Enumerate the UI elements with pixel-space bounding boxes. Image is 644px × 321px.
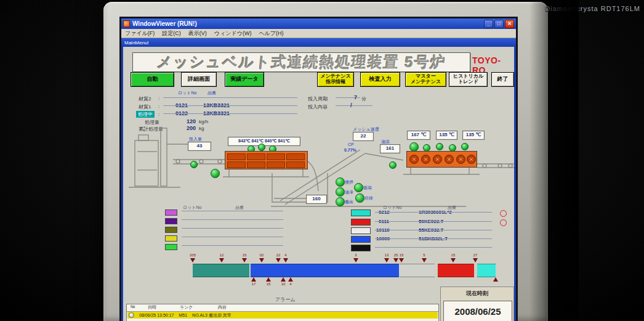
- legend-line: [375, 238, 492, 239]
- alarm-rank: M51: [179, 313, 187, 317]
- furnace2-lamp-1: [409, 142, 419, 152]
- inspection-badge: [500, 210, 507, 217]
- schedule-marker-bottom: [288, 277, 293, 282]
- schedule-marker-label: 25: [394, 253, 398, 257]
- menu-view[interactable]: 表示(V): [188, 30, 207, 38]
- schedule-marker-bottom: [281, 277, 286, 282]
- schedule-marker-label: 15: [451, 253, 456, 257]
- legend-line: [375, 221, 492, 222]
- tempering-furnace: ✕ ✕ ✕ ✕ ✕ ✕: [406, 151, 477, 168]
- oil-temp-box: 161: [380, 144, 400, 153]
- photo-shadow: [529, 0, 579, 321]
- lift-label: 昇降: [364, 195, 373, 201]
- legend-swatch: [351, 227, 371, 234]
- legend-swatch: [351, 236, 371, 243]
- schedule-marker-label: 13: [385, 253, 389, 257]
- legend-line: [375, 230, 492, 230]
- alarm-list[interactable]: № 日時 ランク 内容 08/06/25 13:50:17 M51 NO.AL3…: [126, 304, 439, 321]
- schedule-marker-top: [399, 258, 404, 262]
- furnace1-lamp-2: [258, 144, 265, 151]
- agitator-label: 攪拌: [345, 179, 353, 185]
- schedule-segment: [193, 264, 249, 277]
- elevator-value-box: 160: [306, 195, 327, 204]
- speed-value-box: 22: [353, 132, 374, 141]
- schedule-marker-label: 15: [267, 282, 271, 286]
- legend-line: [182, 245, 283, 246]
- inspection-badge: [500, 219, 507, 226]
- legend-swatch: [165, 244, 177, 250]
- alarm-col-datetime: 日時: [148, 304, 156, 311]
- menu-help[interactable]: ヘルプ(H): [259, 30, 283, 38]
- window-title: WindowViewer (RUN!): [132, 20, 197, 27]
- legend-left-item-header: 品番: [235, 205, 244, 211]
- legend-swatch: [165, 209, 177, 216]
- schedule-marker-top: [473, 258, 478, 262]
- menu-window[interactable]: ウィンドウ(W): [214, 30, 252, 38]
- furnace2-lamp-5: [461, 143, 469, 150]
- schedule-marker-label: 12: [220, 253, 224, 257]
- schedule-marker-label: 10: [281, 282, 286, 286]
- maximize-button[interactable]: □: [494, 20, 504, 28]
- minimize-button[interactable]: _: [484, 20, 493, 28]
- schedule-marker-top: [190, 258, 195, 262]
- alarm-datetime: 08/06/25 13:50:17: [139, 313, 174, 317]
- current-date: 2008/06/25: [443, 301, 512, 321]
- transfer-lamp: [389, 161, 396, 169]
- legend-swatch: [351, 245, 371, 251]
- circulation-label: 循環: [363, 185, 372, 191]
- window-titlebar: WindowViewer (RUN!) _ □ ✕: [121, 18, 516, 29]
- schedule-segment: [477, 264, 496, 277]
- schedule-marker-label: 3: [355, 253, 356, 257]
- cp-value: 0.77%: [344, 148, 356, 152]
- app-icon: [123, 20, 130, 27]
- legend-swatch: [165, 235, 177, 242]
- alarm-header-row: № 日時 ランク 内容: [127, 304, 438, 312]
- alarm-title: アラーム: [275, 296, 296, 303]
- menu-bar: ファイル(F) 設定(C) 表示(V) ウィンドウ(W) ヘルプ(H): [121, 29, 516, 38]
- legend-swatch: [165, 227, 177, 233]
- alarm-col-message: 内容: [218, 304, 227, 311]
- clock-panel: 現在時刻 2008/06/25: [440, 286, 514, 321]
- furnace2-lamp-3: [436, 143, 443, 150]
- furnace2-temp-2: 135 ℃: [436, 131, 457, 140]
- oil-cool-label: 油冷: [345, 189, 353, 195]
- schedule-segment: [438, 264, 474, 277]
- legend-line: [182, 237, 283, 237]
- schedule-marker-label: 22: [276, 253, 281, 257]
- legend-swatch: [351, 209, 371, 216]
- menu-file[interactable]: ファイル(F): [125, 30, 155, 38]
- legend-line: [182, 219, 283, 220]
- clock-label: 現在時刻: [441, 290, 513, 298]
- schedule-segment: [400, 264, 435, 277]
- schedule-marker-top: [276, 258, 281, 262]
- legend-line: [375, 247, 492, 248]
- alarm-message: NO.AL3 搬送部 異常: [192, 312, 231, 319]
- schedule-marker-label: 4: [284, 253, 286, 257]
- menu-config[interactable]: 設定(C): [162, 30, 181, 38]
- legend-line: [375, 212, 492, 213]
- schedule-bar: [193, 264, 496, 276]
- close-button[interactable]: ✕: [505, 20, 514, 28]
- app-window-title: MainMenu!: [124, 40, 149, 46]
- app-window-bar: MainMenu!: [121, 38, 516, 47]
- schedule-marker-label: 205: [190, 253, 196, 257]
- oil-cool-lamp: [336, 187, 345, 197]
- screen: WindowViewer (RUN!) _ □ ✕ ファイル(F) 設定(C) …: [121, 18, 516, 321]
- legend-swatch: [165, 218, 177, 224]
- infeed-lamp: [211, 169, 220, 178]
- schedule-marker-top: [283, 258, 288, 262]
- schedule-marker-top: [242, 258, 247, 262]
- schedule-marker-bottom: [493, 277, 498, 282]
- photo-of-monitor: Diamondcrysta RDT176LM WindowViewer (RUN…: [0, 0, 644, 321]
- schedule-marker-label: 17: [252, 282, 256, 286]
- schedule-marker-label: 15: [243, 253, 247, 257]
- schedule-marker-top: [451, 258, 456, 262]
- furnace2-temp-3: 135 ℃: [462, 131, 485, 140]
- furnace2-temp-1: 167 ℃: [407, 131, 430, 140]
- discharge-label: 搬出: [345, 199, 353, 205]
- alarm-row[interactable]: 08/06/25 13:50:17 M51 NO.AL3 搬送部 異常: [127, 312, 438, 319]
- schedule-marker-label: 5: [423, 253, 425, 257]
- schedule-marker-label: 4: [289, 282, 291, 286]
- schedule-marker-top: [353, 258, 358, 262]
- schedule-marker-top: [422, 258, 427, 262]
